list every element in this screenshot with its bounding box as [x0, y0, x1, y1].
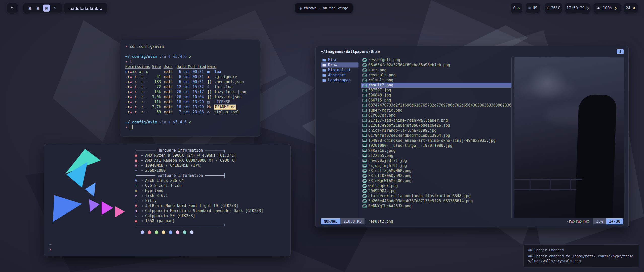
visualizer-bar	[90, 7, 91, 10]
file-item[interactable]: wallpaper.png	[361, 183, 511, 188]
distro-logo	[47, 147, 132, 225]
file-item[interactable]: FXfcII0X0AQyn9X.png	[361, 173, 511, 178]
file-item[interactable]: atardecer-en-la-montanas-ilustracion-634…	[361, 193, 511, 198]
sidebar-folder-abstract[interactable]: Abstract	[321, 73, 358, 78]
visualizer-bar	[85, 7, 86, 10]
visualizer-bar	[78, 9, 79, 10]
notification-popup[interactable]: Wallpaper Changed Wallpaper changed to /…	[524, 244, 639, 267]
{}-icon: {}	[207, 79, 214, 84]
file-item[interactable]: 3122955.png	[361, 153, 511, 158]
file-item[interactable]: rsjqojlmjhf91.jpg	[361, 163, 511, 168]
file-item[interactable]: 154928-odinokoe_anime-art-anime-okno-sin…	[361, 138, 511, 143]
command: l	[130, 59, 132, 64]
file-item[interactable]: result2.png	[361, 83, 511, 88]
file-item[interactable]: resssult.png	[361, 73, 511, 78]
file-item[interactable]: 217167-sad-anime-rain-wallpaper.png	[361, 118, 511, 123]
ff-line-shell: »→fish 3.6.1	[135, 193, 263, 198]
workspace-1[interactable]: ◉	[27, 5, 33, 12]
file-item[interactable]: 68747470733a2f2f696d616765732d7769786d70…	[361, 103, 511, 108]
updates-pill[interactable]: 0 ♻	[510, 3, 522, 13]
active-window-pill[interactable]: ◉ thrown - on the verge	[295, 3, 353, 13]
file-item[interactable]: chica-mirando-la-luna-8799.jpg	[361, 128, 511, 133]
visualizer-bar	[84, 8, 84, 10]
file-item[interactable]: 08a634fa02a32364f69ebc86a98eb1eb.png	[361, 62, 511, 67]
image-file-icon	[363, 84, 367, 87]
notifications-pill[interactable]: 24	[624, 3, 638, 13]
file-item[interactable]: ressdfgult.png	[361, 57, 511, 62]
ls-header-row: Permissions Size User Date Modified Name	[125, 64, 255, 69]
terminal-window-nvim[interactable]: › cd .config/nvim ~/.config/nvim via ☾ v…	[120, 40, 260, 137]
file-item[interactable]: super-mario.png	[361, 108, 511, 113]
visualizer-bar	[95, 8, 96, 10]
workspace-2[interactable]: ◉	[35, 5, 41, 12]
notification-title: Wallpaper Changed	[528, 248, 635, 253]
clock-pill[interactable]: 17:50:29 ◷	[565, 3, 590, 13]
file-item[interactable]: FXfcJlTXgAMvH6R.png	[361, 168, 511, 173]
file-item[interactable]: FXfcHgcWIAMzs0G.png	[361, 178, 511, 183]
ff-line-theme: ◑→Catppuccin-Macchiato-Standard-Lavender…	[135, 208, 263, 213]
audio-visualizer-pill[interactable]	[64, 3, 108, 13]
file-manager-window[interactable]: ~/Imagenes/Wallpapers/Draw 1 MiscDrawMin…	[315, 46, 629, 227]
visualizer-bar	[77, 8, 78, 10]
lua-version: v5.4.6	[173, 54, 187, 59]
{}-icon: {}	[207, 94, 214, 99]
sidebar-folder-minimalist[interactable]: Minimalist	[321, 67, 358, 73]
sidebar-folder-draw[interactable]: Draw	[321, 62, 358, 67]
file-item[interactable]: 3126f7e9bbf21a8a4af0b67b041c6e26.jpg	[361, 123, 511, 128]
volume-pill[interactable]: 100%	[593, 3, 621, 13]
command-line-1: › cd .config/nvim	[125, 44, 255, 49]
ff-hw-lines: ▦→AMD Ryzen 9 5900X (24) @ 4.9GHz [61.3°…	[135, 153, 263, 173]
image-file-icon	[363, 164, 367, 167]
ls-row: .rw-r--r--3,0kmatt26 oct 10:04{}lazyvim.…	[125, 94, 255, 99]
visualizer-bar	[86, 9, 87, 10]
fastfetch-info: ┌──────── Hardware Information ────────┐…	[135, 148, 263, 228]
clock-time: 17:50:29	[567, 6, 585, 10]
mode-badge: NORMAL	[321, 218, 340, 224]
ff-line-wm: ◈→Hyprland	[135, 188, 263, 193]
image-file-icon	[363, 184, 367, 188]
image-file-icon	[363, 199, 367, 203]
cloud	[519, 80, 575, 98]
weather-pill[interactable]: ☾ 26°C	[544, 3, 562, 13]
file-item[interactable]: 0c794faf07de24a4db4d4fb1eb813964.jpg	[361, 133, 511, 138]
terminal-window-fastfetch[interactable]: ┌──────── Hardware Information ────────┐…	[44, 144, 291, 256]
terminal-icon: ▢	[135, 198, 140, 203]
software-header: ├──────── Software Information ────────┤	[135, 173, 263, 178]
file-item[interactable]: 8FKa7Cu.jpeg	[361, 148, 511, 153]
image-file-icon	[363, 189, 367, 193]
file-item[interactable]: 587597.jpg	[361, 88, 511, 93]
file-item[interactable]: EeNKYgIUcAAJ5JX.png	[361, 203, 511, 209]
image-file-icon	[363, 154, 367, 157]
file-item[interactable]: kurz.png	[361, 67, 511, 73]
file-item[interactable]: 596848.jpg	[361, 93, 511, 98]
image-file-icon	[363, 205, 367, 208]
file-item[interactable]: 19201080-__blue-tinge__-1920×1080.jpg	[361, 143, 511, 148]
image-file-icon	[363, 109, 367, 112]
file-name: lazyvim.json	[214, 94, 255, 99]
workspace-3-files[interactable]: ▣	[43, 5, 50, 12]
desktop: { "topbar": { "workspaces": [ {"name": "…	[0, 0, 644, 272]
file-item[interactable]: re1sult.png	[361, 78, 511, 83]
keyboard-layout-pill[interactable]: ⌨ US	[526, 3, 540, 13]
command: cd	[130, 44, 134, 49]
image-file-icon	[363, 124, 367, 127]
image-file-icon	[363, 94, 367, 97]
file-item[interactable]: 87r687df.png	[361, 113, 511, 118]
notification-body: Wallpaper changed to /home/matt/.config/…	[528, 254, 635, 263]
file-item[interactable]: 20492984.jpg	[361, 188, 511, 193]
visualizer-bar	[75, 9, 75, 10]
icons-icon: ★	[135, 213, 140, 218]
ls-row: .rw-r--r--72matt12 oct 15:32☾init.lua	[125, 84, 255, 89]
moon-icon: ☾	[207, 84, 214, 89]
file-item[interactable]: 866715.png	[361, 98, 511, 103]
launcher-button[interactable]	[7, 3, 18, 13]
input-line[interactable]: ›	[125, 125, 255, 130]
image-file-icon	[363, 149, 367, 152]
file-item[interactable]: nnvuv0xj2df71.jpg	[361, 158, 511, 163]
workspace-4-draw[interactable]: ✎	[52, 5, 58, 12]
input-line[interactable]: ›	[49, 247, 52, 252]
sidebar-folder-misc[interactable]: Misc	[321, 57, 358, 62]
sidebar-folder-landscapes[interactable]: Landscapes	[321, 78, 358, 83]
tab-indicator[interactable]: 1	[617, 49, 624, 54]
file-item[interactable]: 5a266e448add93deab367d87173e9f25-6837886…	[361, 198, 511, 203]
